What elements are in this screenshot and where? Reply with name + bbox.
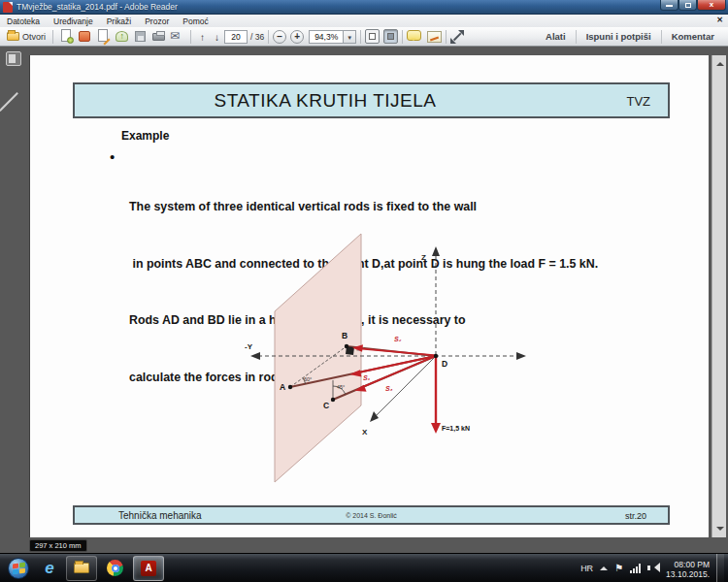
zoom-out-button[interactable]: − xyxy=(273,30,286,44)
action-center-flag-icon[interactable]: ⚑ xyxy=(614,564,623,573)
envelope-icon: ✉ xyxy=(170,29,180,43)
convert-icon xyxy=(67,37,74,44)
x-axis-label: X xyxy=(362,428,368,436)
create-pdf-button[interactable] xyxy=(78,29,92,44)
save-button[interactable] xyxy=(133,29,148,44)
comment-panel-button[interactable]: Komentar xyxy=(662,31,724,42)
menu-uredivanje[interactable]: Uređivanje xyxy=(47,16,100,26)
comment-bubble-icon[interactable] xyxy=(407,30,421,41)
previous-page-button[interactable]: ↑ xyxy=(195,30,210,44)
wall-plane xyxy=(275,234,361,482)
explorer-taskbar-button[interactable] xyxy=(66,556,97,581)
hidden-icons-arrow[interactable] xyxy=(600,563,608,570)
menu-datoteka[interactable]: Datoteka xyxy=(0,16,47,26)
z-axis-label: Z xyxy=(421,253,426,262)
title-bar: TMvježbe_statika_2014.pdf - Adobe Reader… xyxy=(0,0,728,15)
footer-page-number: str.20 xyxy=(625,511,646,521)
load-label: F=1,5 kN xyxy=(442,425,470,433)
scrolling-mode-button[interactable] xyxy=(365,29,380,44)
windows-flag-icon xyxy=(13,563,18,568)
minimize-button[interactable] xyxy=(660,0,678,11)
start-button[interactable] xyxy=(8,558,29,579)
volume-icon[interactable] xyxy=(647,563,659,573)
scroll-up-icon[interactable] xyxy=(716,58,724,66)
open-button[interactable]: Otvori xyxy=(4,31,49,43)
point-C-label: C xyxy=(323,401,329,410)
page-number-input[interactable] xyxy=(224,30,248,44)
point-B-label: B xyxy=(342,331,347,340)
chrome-icon[interactable] xyxy=(107,560,123,576)
clock[interactable]: 08:00 PM 13.10.2015. xyxy=(666,558,710,579)
zoom-level-value[interactable]: 94,3% xyxy=(309,30,344,44)
toolbar-close-icon[interactable]: ✕ xyxy=(716,16,723,24)
statics-diagram: Z -Y X 60° 45° 60° S₂ S₁ S₃ F=1,5 kN A B… xyxy=(243,228,534,490)
angle-at-C: 45° xyxy=(337,384,345,390)
signature-icon[interactable] xyxy=(427,31,442,43)
print-button[interactable] xyxy=(151,29,166,44)
taskbar: e A HR ⚑ 08:00 PM 13.10.2015. xyxy=(0,553,728,582)
fill-sign-panel-button[interactable]: Ispuni i potpiši xyxy=(577,31,661,42)
angle-at-A: 60° xyxy=(304,376,312,382)
pdf-app-icon xyxy=(3,2,13,13)
email-button[interactable]: ✉ xyxy=(170,29,184,44)
zoom-in-button[interactable]: + xyxy=(290,30,304,44)
force-s1-label: S₁ xyxy=(363,374,371,381)
clock-time: 08:00 PM xyxy=(666,560,710,569)
open-folder-icon xyxy=(7,32,19,41)
upload-cloud-icon xyxy=(116,31,128,42)
scroll-down-icon[interactable] xyxy=(716,527,724,534)
close-button[interactable]: x xyxy=(697,0,726,11)
share-button[interactable] xyxy=(115,29,129,44)
slide-header-bar: STATIKA KRUTIH TIJELA TVZ xyxy=(73,82,670,118)
bullet-glyph: • xyxy=(110,148,115,165)
language-indicator[interactable]: HR xyxy=(580,564,593,573)
internet-explorer-icon[interactable]: e xyxy=(35,556,64,581)
create-pdf-icon xyxy=(79,31,90,42)
point-A-label: A xyxy=(280,382,285,392)
clock-date: 13.10.2015. xyxy=(666,569,710,579)
show-desktop-button[interactable] xyxy=(716,554,724,582)
force-s2-label: S₂ xyxy=(394,336,402,342)
menu-prozor[interactable]: Prozor xyxy=(138,16,176,26)
network-icon[interactable] xyxy=(630,564,641,573)
neg-y-axis-label: -Y xyxy=(245,342,253,351)
convert-pdf-button[interactable] xyxy=(59,29,74,44)
page-size-tooltip: 297 x 210 mm xyxy=(29,539,87,552)
toolbar: Otvori ✉ ↑ ↓ / 36 − + 94,3% ▼ Alati Ispu… xyxy=(0,27,728,47)
problem-line: The system of three identical vertical r… xyxy=(129,198,658,217)
sign-page-button[interactable] xyxy=(96,29,111,44)
page-total-label: / 36 xyxy=(250,32,264,42)
point-D-label: D xyxy=(442,359,447,369)
next-page-button[interactable]: ↓ xyxy=(210,30,224,44)
menu-prikazi[interactable]: Prikaži xyxy=(100,16,139,26)
zoom-dropdown-arrow[interactable]: ▼ xyxy=(344,30,356,44)
slide-logo: TVZ xyxy=(626,94,650,109)
restore-button[interactable] xyxy=(678,0,697,11)
system-tray: HR ⚑ 08:00 PM 13.10.2015. xyxy=(580,554,728,582)
folder-icon xyxy=(74,563,89,573)
adobe-reader-taskbar-button[interactable]: A xyxy=(133,556,164,581)
footer-copyright: © 2014 S. Đonlić xyxy=(75,512,668,519)
slide-title: STATIKA KRUTIH TIJELA xyxy=(75,90,576,112)
menu-bar: Datoteka Uređivanje Prikaži Prozor Pomoć… xyxy=(0,15,728,27)
menu-pomoc[interactable]: Pomoć xyxy=(176,16,215,26)
slide-footer-bar: Tehnička mehanika © 2014 S. Đonlić str.2… xyxy=(73,505,670,525)
tools-panel-button[interactable]: Alati xyxy=(536,31,576,42)
window-title: TMvježbe_statika_2014.pdf - Adobe Reader xyxy=(17,2,178,12)
page-thumbnails-icon[interactable] xyxy=(6,51,21,66)
expand-arrows-icon[interactable] xyxy=(450,30,464,44)
vertical-scrollbar[interactable] xyxy=(711,55,726,537)
force-s3-label: S₃ xyxy=(385,385,393,392)
save-icon xyxy=(135,31,146,42)
example-label: Example xyxy=(121,129,169,143)
printer-icon xyxy=(152,33,165,41)
fit-page-button[interactable] xyxy=(383,29,398,44)
adobe-reader-icon: A xyxy=(141,561,156,576)
